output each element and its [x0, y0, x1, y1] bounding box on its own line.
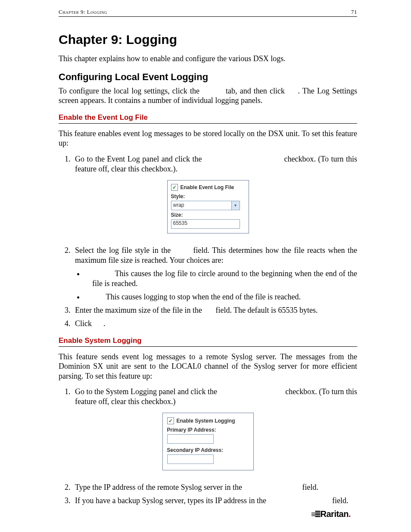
header-chapter: Chapter 9: Logging [59, 9, 107, 16]
style-label: Style: [171, 193, 245, 199]
size-input[interactable]: 65535 [171, 219, 240, 229]
event-log-style-choices: This causes the log file to circle aroun… [59, 269, 357, 302]
size-label: Size: [171, 212, 245, 218]
system-logging-panel-figure: ✓ Enable System Logging Primary IP Addre… [59, 413, 357, 470]
subsection-system-logging-para: This feature sends event log messages to… [59, 352, 357, 381]
primary-ip-input[interactable] [167, 434, 214, 444]
event-log-choice-wrap: This causes the log file to circle aroun… [84, 269, 357, 289]
system-logging-steps: Go to the System Logging panel and click… [59, 387, 357, 407]
system-logging-step-3: If you have a backup Syslog server, type… [72, 496, 357, 506]
event-log-step-4: Click . [72, 319, 357, 329]
primary-ip-label: Primary IP Address: [167, 427, 249, 433]
secondary-ip-label: Secondary IP Address: [167, 447, 249, 453]
event-log-steps: Go to the Event Log panel and click the … [59, 154, 357, 174]
brand-glyph-icon: ≡≣ [311, 510, 320, 519]
system-logging-step-1: Go to the System Logging panel and click… [72, 387, 357, 407]
page-header: Chapter 9: Logging 71 [59, 9, 357, 17]
brand-logo: ≡≣Raritan. [311, 509, 351, 519]
enable-system-logging-checkbox[interactable]: ✓ [167, 417, 174, 424]
event-log-step-2: Select the log file style in the field. … [72, 246, 357, 265]
event-log-step-1: Go to the Event Log panel and click the … [72, 154, 357, 174]
brand-dot: . [349, 509, 351, 519]
subsection-event-log-title: Enable the Event Log File [59, 113, 357, 124]
event-log-steps-cont: Select the log file style in the field. … [59, 246, 357, 265]
subsection-system-logging-title: Enable System Logging [59, 336, 357, 347]
event-log-steps-cont2: Enter the maximum size of the file in th… [59, 305, 357, 329]
style-select[interactable]: wrap ▾ [171, 201, 240, 210]
event-log-choice-flat: This causes logging to stop when the end… [84, 292, 357, 302]
chevron-down-icon[interactable]: ▾ [231, 201, 240, 210]
event-log-panel-figure: ✓ Enable Event Log File Style: wrap ▾ Si… [59, 180, 357, 233]
header-page-number: 71 [351, 9, 357, 16]
subsection-event-log-para: This feature enables event log messages … [59, 129, 357, 148]
system-logging-steps-cont: Type the IP address of the remote Syslog… [59, 482, 357, 506]
system-logging-panel: ✓ Enable System Logging Primary IP Addre… [162, 413, 254, 470]
section-configuring-title: Configuring Local Event Logging [59, 72, 357, 83]
secondary-ip-input[interactable] [167, 454, 214, 464]
enable-system-logging-label: Enable System Logging [177, 418, 235, 424]
system-logging-step-2: Type the IP address of the remote Syslog… [72, 482, 357, 492]
chapter-intro: This chapter explains how to enable and … [59, 54, 357, 64]
enable-event-log-label: Enable Event Log File [181, 184, 234, 190]
chapter-title: Chapter 9: Logging [59, 32, 357, 47]
event-log-panel: ✓ Enable Event Log File Style: wrap ▾ Si… [167, 180, 249, 233]
brand-name: Raritan [321, 509, 349, 519]
style-select-value: wrap [171, 201, 231, 210]
enable-event-log-checkbox[interactable]: ✓ [171, 184, 178, 191]
section-configuring-para: To configure the local log settings, cli… [59, 86, 357, 106]
event-log-step-3: Enter the maximum size of the file in th… [72, 305, 357, 315]
